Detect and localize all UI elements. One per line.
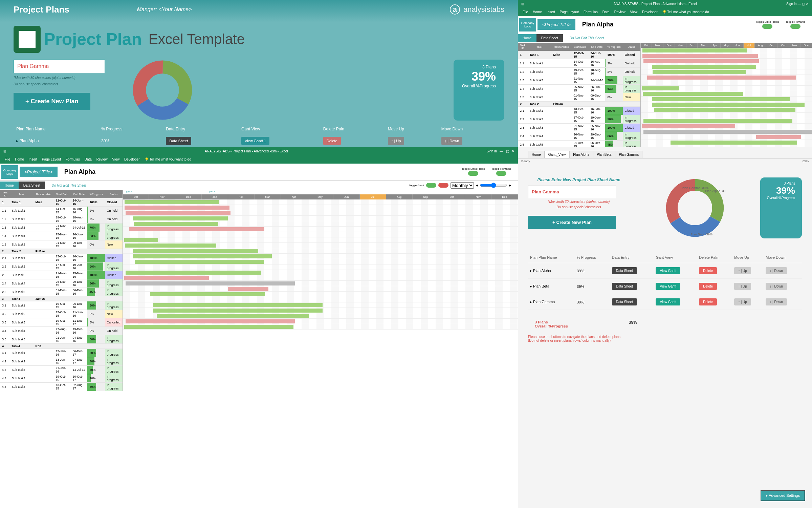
gantt-bar[interactable]: [653, 70, 746, 74]
ribbon-tab[interactable]: View: [112, 157, 120, 161]
task-row[interactable]: 4Task4Kris: [0, 344, 123, 349]
gantt-bar[interactable]: [652, 97, 790, 101]
ribbon-tab[interactable]: Data: [85, 157, 92, 161]
task-row[interactable]: 2Task 2PhRao: [518, 102, 640, 107]
plan-name-input[interactable]: [528, 186, 616, 198]
task-row[interactable]: 1.5Sub task501-Nov-1509-Dec-160%New: [0, 240, 123, 249]
view-gantt-button[interactable]: View Gantt: [656, 283, 680, 290]
gantt-bar[interactable]: [643, 59, 759, 63]
task-row[interactable]: 1.4Sub task425-Nov-1526-Jun-1663%In prog…: [518, 85, 640, 93]
gantt-bar[interactable]: [671, 141, 797, 145]
task-row[interactable]: 2.5Sub task501-Dec-1506-Dec-1645%In prog…: [0, 288, 123, 296]
gantt-bar[interactable]: [652, 65, 756, 69]
task-row[interactable]: 4.4Sub task419-Oct-1510-Oct-1720%In prog…: [0, 374, 123, 383]
ribbon-tab[interactable]: Insert: [29, 157, 37, 161]
ribbon-tab[interactable]: Home: [533, 10, 542, 14]
tab-datasheet[interactable]: Data Sheet: [536, 34, 563, 42]
move-up-button[interactable]: ↑ | Up: [388, 137, 404, 145]
ribbon-tab[interactable]: Insert: [547, 10, 555, 14]
sheet-tab[interactable]: Gantt_View: [545, 151, 570, 158]
task-row[interactable]: 3.1Sub task119-Oct-1506-Dec-1650%In prog…: [0, 301, 123, 310]
task-row[interactable]: 1.3Sub task321-Nov-1524-Jul-1670%In prog…: [518, 76, 640, 85]
gantt-bar[interactable]: [133, 216, 228, 220]
window-controls-left[interactable]: ⊞: [521, 2, 524, 6]
tellme-input[interactable]: 💡 Tell me what you want to do: [662, 10, 709, 14]
sheet-tab[interactable]: Plan Alpha: [569, 151, 593, 158]
tab-home[interactable]: Home: [518, 34, 536, 42]
gantt-bar[interactable]: [643, 130, 812, 134]
sheet-tab[interactable]: Plan Gamma: [615, 151, 642, 158]
window-controls-right[interactable]: Sign in — ▢ ✕: [486, 149, 514, 153]
task-row[interactable]: 2.2Sub task217-Oct-1519-Jun-1690%In prog…: [518, 115, 640, 124]
gantt-bar[interactable]: [135, 260, 264, 264]
expand-icon[interactable]: ▸: [530, 269, 532, 273]
task-row[interactable]: 1.4Sub task425-Nov-1526-Jun-1663%In prog…: [0, 232, 123, 240]
gantt-bar[interactable]: [652, 103, 805, 107]
ribbon-tab[interactable]: Formulas: [584, 10, 598, 14]
gantt-bar[interactable]: [124, 238, 158, 242]
gantt-bar[interactable]: [642, 54, 758, 58]
window-controls-left[interactable]: ⊞: [3, 149, 6, 153]
ribbon-tab[interactable]: View: [630, 10, 638, 14]
gantt-bar[interactable]: [126, 211, 231, 215]
signin-link[interactable]: Sign in: [486, 149, 497, 153]
task-row[interactable]: 1.3Sub task321-Nov-1524-Jul-1670%In prog…: [0, 224, 123, 232]
gantt-bar[interactable]: [153, 303, 323, 307]
task-row[interactable]: 1.2Sub task219-Oct-1518-Aug-162%On hold: [518, 68, 640, 76]
expand-icon[interactable]: ▸: [530, 284, 532, 288]
toggle-gantt-on[interactable]: [426, 183, 436, 188]
toggle-remarks-show[interactable]: [496, 171, 506, 176]
gantt-scroll-slider[interactable]: [480, 183, 507, 188]
gantt-bar[interactable]: [643, 92, 743, 96]
gantt-bar[interactable]: [126, 271, 261, 275]
delete-button[interactable]: Delete: [699, 298, 717, 305]
task-row[interactable]: 4.1Sub task112-Jan-1606-Dec-1750%In prog…: [0, 349, 123, 357]
gantt-bar[interactable]: [125, 244, 216, 248]
tab-datasheet[interactable]: Data Sheet: [19, 182, 45, 189]
sheet-tab[interactable]: Plan Beta: [593, 151, 615, 158]
create-plan-button[interactable]: + Create New Plan: [528, 216, 616, 229]
gantt-bar[interactable]: [228, 287, 268, 291]
task-row[interactable]: 3.3Sub task319-Oct-1511-Dec-175%Cancelle…: [0, 318, 123, 327]
scroll-left-icon[interactable]: ◀: [476, 184, 478, 187]
gantt-bar[interactable]: [756, 135, 801, 139]
task-row[interactable]: 3.4Sub task427-Aug-1619-Dec-160%On hold: [0, 327, 123, 335]
task-row[interactable]: 2.3Sub task321-Nov-1525-Nov-16100%Closed: [0, 271, 123, 279]
create-plan-button[interactable]: + Create New Plan: [14, 93, 90, 110]
gantt-bar[interactable]: [642, 48, 747, 52]
task-row[interactable]: 3.2Sub task213-Oct-1511-Jun-160%New: [0, 310, 123, 318]
toggle-gantt-off[interactable]: [438, 183, 448, 188]
task-row[interactable]: 1.2Sub task219-Oct-1518-Aug-162%On hold: [0, 215, 123, 224]
tab-home[interactable]: Home: [0, 182, 19, 189]
task-row[interactable]: 2.4Sub task426-Nov-1529-Dec-1666%In prog…: [0, 279, 123, 288]
delete-button[interactable]: Delete: [323, 137, 341, 145]
datasheet-button[interactable]: Data Sheet: [612, 267, 637, 274]
expand-icon[interactable]: ▸: [530, 300, 532, 304]
gantt-bar[interactable]: [126, 319, 295, 323]
view-gantt-button[interactable]: View Gantt 1: [241, 137, 269, 145]
task-row[interactable]: 1.1Sub task114-Oct-1516-Aug-162%On hold: [0, 207, 123, 215]
ribbon-tab[interactable]: Review: [96, 157, 108, 161]
project-title-field[interactable]: <Project Title>: [537, 19, 575, 30]
task-row[interactable]: 2.1Sub task113-Oct-1516-Jan-16100%Closed: [0, 254, 123, 262]
move-down-button[interactable]: ↓ | Down: [766, 267, 787, 274]
scroll-right-icon[interactable]: ▶: [509, 184, 511, 187]
task-row[interactable]: 2Task 2PhRao: [0, 249, 123, 254]
move-up-button[interactable]: ↑ | Up: [734, 283, 751, 290]
gantt-bar[interactable]: [642, 124, 735, 128]
move-down-button[interactable]: ↓ | Down: [766, 283, 787, 290]
datasheet-button[interactable]: Data Sheet: [612, 298, 637, 305]
task-row[interactable]: 4.2Sub task213-Jan-1607-Dec-1740%In prog…: [0, 357, 123, 366]
datasheet-button[interactable]: Data Sheet: [166, 137, 191, 145]
tellme-input[interactable]: 💡 Tell me what you want to do: [145, 157, 191, 161]
task-row[interactable]: 2.4Sub task426-Nov-1529-Dec-1666%In prog…: [518, 132, 640, 141]
gantt-bar[interactable]: [157, 314, 309, 318]
task-row[interactable]: 4.5Sub task513-Oct-1502-Aug-1750%In prog…: [0, 383, 123, 391]
window-controls-right[interactable]: Sign in — ▢ ✕: [786, 2, 809, 6]
task-row[interactable]: 1Task 1Mike12-Oct-1524-Jun-16100%Closed: [0, 198, 123, 207]
plan-name-input[interactable]: [14, 60, 105, 73]
ribbon-tab[interactable]: Data: [602, 10, 610, 14]
move-down-button[interactable]: ↓ | Down: [441, 137, 463, 145]
gantt-bar[interactable]: [124, 276, 209, 280]
delete-button[interactable]: Delete: [699, 283, 717, 290]
